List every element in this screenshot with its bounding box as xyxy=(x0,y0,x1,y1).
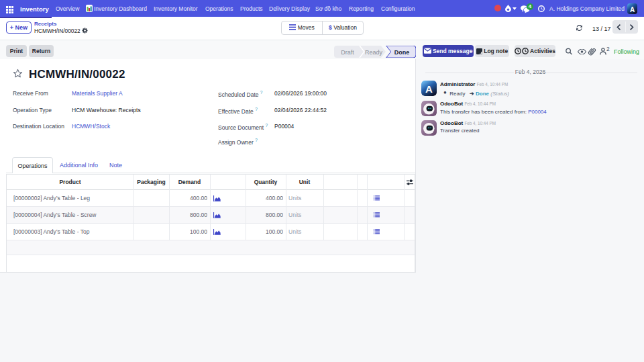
svg-text:Draft: Draft xyxy=(341,49,354,56)
svg-text:A: A xyxy=(630,6,635,13)
svg-text:Done: Done xyxy=(394,49,410,56)
svg-text:A: A xyxy=(425,83,433,95)
svg-text:Ready: Ready xyxy=(365,49,383,56)
